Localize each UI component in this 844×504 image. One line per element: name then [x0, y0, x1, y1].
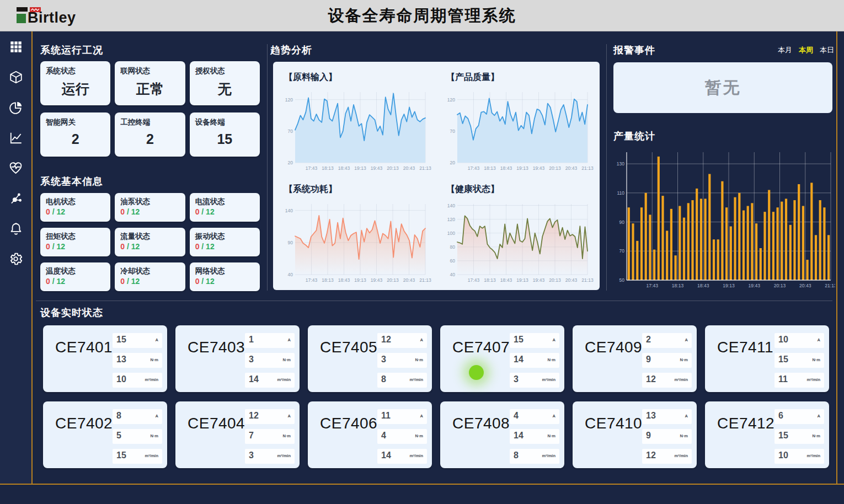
svg-text:20:43: 20:43: [565, 165, 578, 171]
device-metric-value: 13: [116, 355, 126, 364]
device-metric-unit: N·m: [680, 433, 688, 438]
device-metric-unit: N·m: [150, 357, 158, 362]
svg-text:20:43: 20:43: [403, 165, 415, 171]
info-card-count: 0 / 12: [46, 207, 105, 216]
device-card[interactable]: CE7411 10 A 15 N·m 11 m³/min: [705, 325, 829, 392]
alarm-tab[interactable]: 本日: [820, 45, 834, 55]
device-metric-value: 10: [778, 451, 788, 460]
device-metric-box: 5 N·m: [113, 429, 162, 444]
device-metric-unit: A: [685, 337, 688, 342]
device-name: CE7408: [452, 415, 510, 432]
info-card: 振动状态 0 / 12: [190, 228, 260, 256]
device-card[interactable]: CE7408 4 A 14 N·m 8 m³/min: [440, 401, 564, 468]
frame-line-bottom: [0, 484, 844, 485]
info-card-label: 冷却状态: [120, 266, 179, 276]
frame-line-left: [31, 31, 33, 484]
pie-chart-icon[interactable]: [0, 92, 31, 122]
device-metric-unit: m³/min: [277, 377, 291, 382]
device-card[interactable]: CE7401 15 A 13 N·m 10 m³/min: [43, 325, 167, 392]
info-card-count: 0 / 12: [46, 277, 105, 286]
svg-text:18:43: 18:43: [500, 165, 512, 171]
device-card[interactable]: CE7407 15 A 14 N·m 3 m³/min: [440, 325, 564, 392]
svg-text:20:13: 20:13: [549, 277, 561, 283]
apps-grid-icon[interactable]: [0, 31, 31, 62]
device-metric-unit: A: [288, 414, 291, 419]
section-title-alarm: 报警事件: [613, 44, 655, 57]
device-metric-box: 11 A: [377, 409, 427, 424]
device-metric-value: 15: [778, 355, 788, 364]
device-card[interactable]: CE7409 2 A 9 N·m 12 m³/min: [573, 325, 697, 392]
svg-text:17:43: 17:43: [468, 277, 480, 283]
info-total-count: / 12: [52, 277, 65, 286]
info-card-label: 网络状态: [195, 266, 254, 276]
device-metric-value: 6: [778, 411, 783, 421]
device-card[interactable]: CE7403 1 A 3 N·m 14 m³/min: [175, 325, 300, 392]
status-card-label: 系统状态: [46, 66, 76, 76]
health-chart: 14012010080604017:4318:1318:4319:1319:43…: [441, 199, 594, 286]
topology-icon[interactable]: [0, 183, 31, 213]
device-metric-value: 11: [381, 411, 391, 421]
info-card-count: 0 / 12: [120, 207, 179, 216]
device-metric-value: 2: [646, 335, 651, 345]
svg-text:19:43: 19:43: [533, 277, 545, 283]
trend-chart-cell: 【产品质量】 120702017:4318:1318:4319:1319:432…: [436, 64, 599, 176]
device-metric-box: 15 N·m: [774, 353, 824, 368]
info-alarm-count: 0: [120, 242, 125, 251]
device-metric-box: 11 m³/min: [774, 373, 824, 388]
settings-gear-icon[interactable]: [0, 244, 31, 274]
device-metric-unit: m³/min: [542, 453, 555, 458]
info-card-label: 振动状态: [195, 232, 254, 242]
device-metric-unit: m³/min: [542, 377, 555, 382]
device-metric-box: 12 m³/min: [642, 373, 692, 388]
device-metric-unit: A: [818, 337, 820, 342]
alarm-tab[interactable]: 本周: [799, 45, 813, 55]
status-card-value: 2: [40, 131, 110, 147]
trend-chart-cell: 【健康状态】 14012010080604017:4318:1318:4319:…: [436, 176, 599, 288]
alarm-bell-icon[interactable]: [0, 213, 31, 244]
info-total-count: / 12: [201, 242, 214, 251]
system-info-cards: 电机状态 0 / 12 油泵状态 0 / 12 电流状态 0 / 12 扭矩状态: [40, 193, 260, 291]
line-chart-icon[interactable]: [0, 122, 31, 153]
svg-text:140: 140: [285, 208, 293, 213]
section-title-trend: 趋势分析: [270, 44, 312, 57]
info-alarm-count: 0: [46, 207, 50, 216]
info-card-count: 0 / 12: [46, 242, 105, 251]
svg-text:18:13: 18:13: [484, 165, 496, 171]
trend-analysis-card: 【原料输入】 120702017:4318:1318:4319:1319:432…: [273, 62, 600, 290]
device-card[interactable]: CE7402 8 A 5 N·m 15 m³/min: [43, 401, 167, 468]
info-card: 电流状态 0 / 12: [190, 193, 260, 222]
device-metric-value: 12: [249, 411, 259, 421]
device-metric-box: 10 m³/min: [113, 373, 162, 388]
device-metric-value: 10: [116, 374, 126, 384]
svg-text:19:13: 19:13: [516, 165, 528, 171]
device-card[interactable]: CE7404 12 A 7 N·m 3 m³/min: [175, 401, 300, 468]
svg-text:21:13: 21:13: [419, 165, 431, 171]
info-card-label: 电机状态: [46, 197, 105, 207]
app-header: Birtley 设备全寿命周期管理系统: [0, 0, 844, 31]
device-card[interactable]: CE7412 6 A 15 N·m 10 m³/min: [705, 401, 829, 468]
device-metric-box: 13 A: [642, 409, 692, 424]
cube-icon[interactable]: [0, 62, 31, 92]
alarm-tab[interactable]: 本月: [778, 45, 792, 55]
app-root: Birtley 设备全寿命周期管理系统 系统运行工况 系统状态 运行 联网状态 …: [0, 0, 844, 504]
svg-text:40: 40: [288, 272, 293, 277]
device-card[interactable]: CE7410 13 A 9 N·m 12 m³/min: [573, 401, 697, 468]
device-metric-box: 9 N·m: [642, 353, 692, 368]
device-card[interactable]: CE7405 12 A 3 N·m 8 m³/min: [308, 325, 432, 392]
device-metric-box: 1 A: [245, 333, 295, 348]
svg-text:18:13: 18:13: [484, 277, 496, 283]
device-metric-unit: N·m: [812, 433, 820, 438]
info-alarm-count: 0: [120, 277, 125, 286]
status-card-value: 无: [190, 80, 260, 98]
device-metric-value: 7: [249, 431, 254, 441]
device-name: CE7403: [188, 339, 245, 356]
device-metric-box: 12 A: [245, 409, 295, 424]
device-metric-box: 8 m³/min: [377, 373, 427, 388]
device-metric-box: 14 m³/min: [245, 373, 295, 388]
device-metric-value: 9: [646, 355, 651, 364]
device-card[interactable]: CE7406 11 A 4 N·m 14 m³/min: [308, 401, 432, 468]
device-metric-unit: A: [288, 337, 291, 342]
divider: [267, 44, 268, 291]
health-monitor-icon[interactable]: [0, 153, 31, 183]
svg-text:19:13: 19:13: [354, 165, 366, 171]
